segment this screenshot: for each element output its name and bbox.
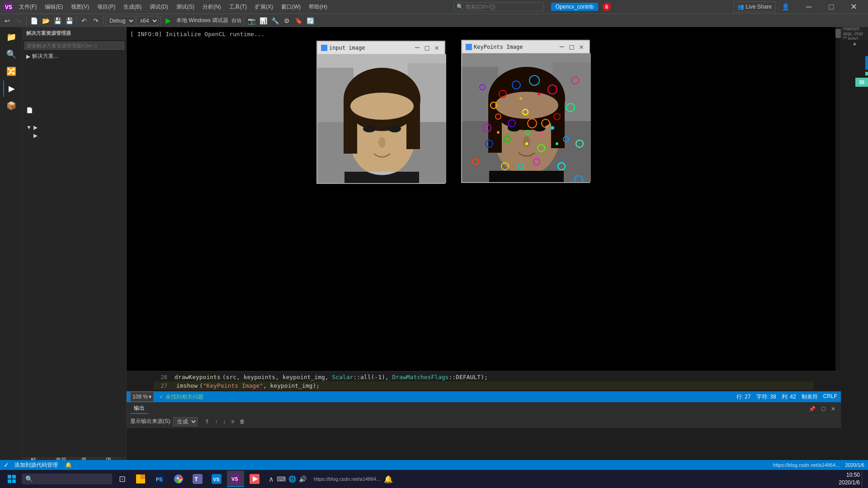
output-clear[interactable]: 🗑: [238, 418, 247, 425]
account-button[interactable]: 👤: [780, 1, 791, 12]
show-desktop-button[interactable]: [862, 471, 864, 487]
source-control-button[interactable]: 🔀: [3, 63, 19, 80]
panel-close-button[interactable]: ✕: [829, 406, 837, 412]
output-tab[interactable]: 输出: [130, 404, 148, 414]
output-word-wrap[interactable]: ≡: [229, 418, 236, 425]
open-file-button[interactable]: 📂: [40, 15, 51, 26]
svg-rect-63: [12, 475, 16, 479]
maximize-button[interactable]: □: [821, 0, 842, 14]
explore-button[interactable]: 📁: [3, 29, 19, 45]
menu-debug[interactable]: 调试(D): [146, 2, 172, 12]
redo2-button[interactable]: ↷: [90, 15, 101, 26]
save-all-button[interactable]: 💾: [64, 15, 75, 26]
build-config-dropdown[interactable]: Debug: [105, 16, 135, 26]
svg-text:VS: VS: [5, 4, 12, 10]
new-file-button[interactable]: 📄: [28, 15, 39, 26]
run-mode-dropdown[interactable]: 自动: [231, 15, 242, 26]
solution-item-2[interactable]: 📄: [23, 106, 126, 114]
start-button[interactable]: [4, 471, 20, 487]
input-image-icon: [321, 45, 327, 51]
output-scroll-top[interactable]: ⇑: [203, 418, 211, 425]
keypoints-image-window[interactable]: KeyPoints Image ─ □ ✕: [461, 40, 590, 183]
search-icon: 🔍: [457, 4, 463, 10]
keypoints-close[interactable]: ✕: [577, 42, 585, 51]
input-image-window[interactable]: input image ─ □ ✕: [316, 41, 445, 184]
project-tab[interactable]: Opencv_contrib: [551, 3, 598, 11]
debug-console[interactable]: [ INFO:0] Initialize OpenCL runtime... i…: [127, 27, 841, 371]
menu-window[interactable]: 窗口(W): [278, 2, 304, 12]
minimize-button[interactable]: ─: [798, 0, 819, 14]
console-scrollbar[interactable]: [835, 27, 841, 371]
menu-project[interactable]: 项目(P): [94, 2, 119, 12]
solution-search-box[interactable]: [24, 42, 124, 50]
explorer-taskbar-button[interactable]: [132, 471, 149, 487]
tools2-button[interactable]: 🔧: [269, 15, 280, 26]
menu-view[interactable]: 视图(V): [67, 2, 93, 12]
console-scroll-thumb[interactable]: [835, 29, 841, 38]
output-scroll-up[interactable]: ↑: [213, 418, 219, 425]
toolbar-separator-4: [160, 16, 161, 25]
undo2-button[interactable]: ↶: [79, 15, 90, 26]
terminal-taskbar-button[interactable]: PS: [151, 471, 168, 487]
output-scroll-down[interactable]: ↓: [221, 418, 227, 425]
taskbar: 🔍 ⊡ PS T VS: [0, 470, 868, 488]
input-image-maximize[interactable]: □: [423, 43, 431, 52]
title-search-input[interactable]: [465, 4, 533, 10]
menu-analyze[interactable]: 分析(N): [199, 2, 225, 12]
teams-taskbar-button[interactable]: T: [189, 471, 206, 487]
output-source-selector: 显示输出来源(S): 生成: [130, 417, 198, 426]
camera-button[interactable]: 📷: [246, 15, 257, 26]
menu-edit[interactable]: 编辑(E): [41, 2, 66, 12]
vs-logo-icon: VS: [4, 2, 13, 11]
chart-button[interactable]: 📊: [258, 15, 269, 26]
menu-test[interactable]: 测试(S): [173, 2, 198, 12]
vscode-taskbar-button[interactable]: VS: [208, 471, 225, 487]
media-taskbar-button[interactable]: [246, 471, 263, 487]
refresh-button[interactable]: 🔄: [305, 15, 316, 26]
svg-rect-67: [141, 474, 145, 479]
close-button[interactable]: ✕: [844, 0, 864, 14]
extensions-button[interactable]: 📦: [3, 98, 19, 114]
title-search-box[interactable]: 🔍: [453, 2, 544, 11]
zoom-dropdown[interactable]: 109 % ▾: [130, 392, 154, 402]
panel-pin-button[interactable]: 📌: [807, 406, 817, 412]
tools3-button[interactable]: ⚙: [281, 15, 292, 26]
check-icon: ✓: [159, 394, 164, 400]
menu-tools[interactable]: 工具(T): [226, 2, 250, 12]
live-share-button[interactable]: 👥 Live Share: [733, 1, 776, 12]
input-image-close[interactable]: ✕: [433, 43, 441, 52]
line-number-27: 27: [154, 383, 167, 389]
debug-button[interactable]: ▶: [3, 80, 19, 97]
chrome-taskbar-button[interactable]: [170, 471, 187, 487]
svg-rect-27: [489, 171, 564, 182]
svg-point-25: [533, 124, 546, 131]
taskbar-notification-icon[interactable]: 🔔: [384, 475, 393, 483]
taskbar-search[interactable]: 🔍: [22, 474, 112, 484]
vs-taskbar-button[interactable]: VS: [227, 471, 244, 487]
panel-float-button[interactable]: ⬡: [819, 406, 827, 412]
keypoints-minimize[interactable]: ─: [558, 42, 566, 51]
scrollbar-up-button[interactable]: ▲: [841, 40, 868, 47]
solution-item-expanded[interactable]: ▼ ▶: [23, 123, 126, 131]
bookmark-button[interactable]: 🔖: [293, 15, 304, 26]
platform-dropdown[interactable]: x64: [136, 16, 159, 26]
menu-build[interactable]: 生成(B): [120, 2, 145, 12]
task-view-button[interactable]: ⊡: [114, 471, 130, 487]
menu-help[interactable]: 帮助(H): [305, 2, 331, 12]
output-source-dropdown[interactable]: 生成: [173, 417, 198, 426]
menu-extensions[interactable]: 扩展(X): [251, 2, 277, 12]
toolbar-separator-5: [244, 16, 244, 25]
keypoints-maximize[interactable]: □: [568, 42, 576, 51]
input-image-minimize[interactable]: ─: [413, 43, 421, 52]
menu-file[interactable]: 文件(F): [15, 2, 40, 12]
solution-item-1[interactable]: ▶ 解决方案...: [23, 52, 126, 61]
solution-search-input[interactable]: [27, 43, 122, 48]
solution-item-sub[interactable]: ▶: [23, 131, 126, 140]
redo-button[interactable]: ↪: [14, 15, 24, 26]
notification-badge[interactable]: 6: [603, 3, 611, 11]
chevron-up-icon[interactable]: ∧: [269, 475, 274, 483]
search-button[interactable]: 🔍: [3, 46, 19, 62]
git-status-text[interactable]: 添加到源代码管理: [14, 461, 58, 469]
undo-button[interactable]: ↩: [2, 15, 13, 26]
save-button[interactable]: 💾: [52, 15, 63, 26]
